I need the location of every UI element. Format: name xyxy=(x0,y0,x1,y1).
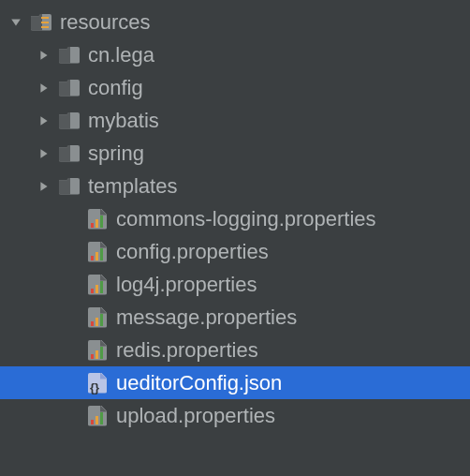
disclosure-triangle-down-icon[interactable] xyxy=(9,17,22,28)
tree-item-label: redis.properties xyxy=(116,340,258,361)
tree-item-label: mybatis xyxy=(88,111,159,131)
tree-folder-mybatis[interactable]: mybatis xyxy=(0,104,470,137)
svg-marker-4 xyxy=(40,149,47,158)
tree-item-label: spring xyxy=(88,143,144,164)
tree-file-config-properties[interactable]: config.properties xyxy=(0,235,470,268)
folder-icon xyxy=(58,176,81,197)
tree-item-label: config.properties xyxy=(116,242,269,262)
tree-item-label: ueditorConfig.json xyxy=(116,373,282,394)
tree-file-upload[interactable]: upload.properties xyxy=(0,399,470,432)
folder-icon xyxy=(58,143,81,164)
properties-file-icon xyxy=(86,406,109,426)
properties-file-icon xyxy=(86,209,109,230)
tree-file-log4j[interactable]: log4j.properties xyxy=(0,268,470,301)
svg-marker-2 xyxy=(40,83,47,93)
properties-file-icon xyxy=(86,275,109,295)
resources-folder-icon xyxy=(30,12,52,33)
tree-item-label: message.properties xyxy=(116,307,297,328)
folder-icon xyxy=(58,111,81,131)
disclosure-triangle-right-icon[interactable] xyxy=(37,115,51,126)
svg-marker-3 xyxy=(40,116,47,126)
tree-item-label: log4j.properties xyxy=(116,275,257,295)
properties-file-icon xyxy=(86,307,109,328)
properties-file-icon xyxy=(86,340,109,361)
tree-item-label: resources xyxy=(60,12,151,33)
folder-icon xyxy=(58,45,81,66)
svg-marker-0 xyxy=(11,19,21,25)
tree-folder-templates[interactable]: templates xyxy=(0,170,470,202)
tree-file-commons-logging[interactable]: commons-logging.properties xyxy=(0,202,470,235)
disclosure-triangle-right-icon[interactable] xyxy=(37,82,51,94)
disclosure-triangle-right-icon[interactable] xyxy=(37,181,51,192)
tree-file-message[interactable]: message.properties xyxy=(0,301,470,334)
json-file-icon: {} xyxy=(86,373,109,394)
folder-icon xyxy=(58,78,81,98)
tree-file-redis[interactable]: redis.properties xyxy=(0,334,470,366)
tree-item-label: upload.properties xyxy=(116,406,275,426)
tree-folder-config[interactable]: config xyxy=(0,71,470,104)
tree-folder-cn-lega[interactable]: cn.lega xyxy=(0,38,470,71)
tree-item-label: config xyxy=(88,78,143,98)
svg-marker-1 xyxy=(40,51,47,60)
project-tree: resources cn.lega config mybatis spring xyxy=(0,0,470,432)
properties-file-icon xyxy=(86,242,109,262)
tree-folder-resources[interactable]: resources xyxy=(0,6,470,38)
disclosure-triangle-right-icon[interactable] xyxy=(37,148,51,159)
tree-item-label: commons-logging.properties xyxy=(116,209,376,230)
tree-folder-spring[interactable]: spring xyxy=(0,137,470,170)
tree-item-label: cn.lega xyxy=(88,45,154,66)
tree-item-label: templates xyxy=(88,176,177,197)
svg-marker-5 xyxy=(40,182,47,191)
tree-file-ueditorconfig[interactable]: {} ueditorConfig.json xyxy=(0,366,470,399)
disclosure-triangle-right-icon[interactable] xyxy=(37,50,51,61)
